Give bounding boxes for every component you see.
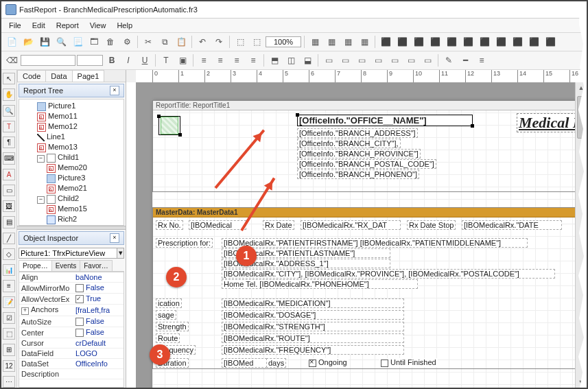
- subreport-tool-icon[interactable]: ▤: [3, 216, 15, 228]
- property-row[interactable]: AllowMirrorMoFalse: [19, 283, 124, 294]
- cut-icon[interactable]: ✂: [141, 34, 156, 49]
- tree-item[interactable]: Memo15: [38, 204, 122, 214]
- branch-phone-field[interactable]: [OfficeInfo."BRANCH_PHONENO"]: [297, 169, 419, 179]
- report-tree-header[interactable]: Report Tree ×: [19, 84, 124, 97]
- branch-city-field[interactable]: [OfficeInfo."BRANCH_CITY"],: [297, 139, 401, 148]
- tree-item[interactable]: Memo13: [29, 142, 122, 152]
- space-v-icon[interactable]: ⬛: [493, 34, 508, 49]
- rx-date-label[interactable]: Rx Date: [263, 220, 294, 230]
- grid4-icon[interactable]: ▦: [357, 34, 372, 49]
- space-h-icon[interactable]: ⬛: [477, 34, 492, 49]
- preview-icon[interactable]: 🔍: [54, 34, 69, 49]
- duration-field[interactable]: [IBOMed: [222, 358, 267, 368]
- inspector-header[interactable]: Object Inspector ×: [19, 231, 124, 245]
- size-combo[interactable]: [77, 55, 103, 66]
- tree-item[interactable]: −Child2: [29, 193, 122, 204]
- samew-icon[interactable]: ⬛: [510, 34, 525, 49]
- cross-tool-icon[interactable]: ⊞: [3, 344, 15, 355]
- italic-icon[interactable]: I: [121, 53, 136, 68]
- days-label[interactable]: days: [266, 358, 286, 368]
- frame-none-icon[interactable]: ▭: [403, 53, 419, 68]
- frame-width-icon[interactable]: ≡: [474, 53, 489, 68]
- property-row[interactable]: +Anchors[fraLeft,fra: [19, 305, 124, 316]
- nostyle-icon[interactable]: ⌫: [4, 53, 19, 68]
- address-field[interactable]: [IBOMedicalRx."ADDRESS_1"]: [222, 259, 390, 268]
- barcode-tool-icon[interactable]: ≡: [3, 280, 15, 292]
- page-settings-icon[interactable]: ⚙: [119, 34, 134, 49]
- more-tool-icon[interactable]: ⋯: [3, 376, 15, 388]
- office-name-field[interactable]: [OfficeInfo."OFFICE__NAME"]: [297, 115, 473, 126]
- rx-date-stop-field[interactable]: [IBOMedicalRx."DATE: [462, 220, 562, 230]
- tree-item[interactable]: Line1: [29, 132, 122, 142]
- until-finished-checkbox[interactable]: Until Finished: [379, 358, 438, 367]
- text-left-icon[interactable]: ≡: [196, 53, 211, 68]
- rx-date-field[interactable]: [IBOMedicalRx."RX_DAT: [301, 220, 401, 230]
- menu-edit[interactable]: Edit: [27, 20, 50, 31]
- home-tel-field[interactable]: Home Tel. [IBOMedicalRx."PHONEHOME"]: [222, 279, 418, 289]
- check-tool-icon[interactable]: ☑: [3, 312, 15, 324]
- property-row[interactable]: AlignbaNone: [19, 272, 124, 283]
- new-icon[interactable]: 📄: [4, 34, 19, 49]
- tree-item[interactable]: Memo11: [29, 111, 122, 121]
- underline-icon[interactable]: U: [137, 53, 152, 68]
- frame-all-icon[interactable]: ▭: [387, 53, 402, 68]
- detail-field[interactable]: [IBOMedicalRx."DOSAGE"]: [222, 310, 404, 320]
- report-tree[interactable]: Picture1Memo11Memo12Line1Memo13−Child1Me…: [19, 99, 124, 226]
- patient-lastname-field[interactable]: [IBOMedicalRx."PATIENTLASTNAME"]: [222, 248, 390, 258]
- tree-item[interactable]: −Child1: [29, 152, 122, 163]
- band-report-title[interactable]: ReportTitle: ReportTitle1 [OfficeInfo."O…: [152, 100, 587, 192]
- new-dialog-icon[interactable]: 🗔: [86, 34, 102, 49]
- detail-field[interactable]: [IBOMedicalRx."STRENGTH"]: [222, 322, 404, 331]
- frame-shadow-icon[interactable]: ▭: [420, 53, 435, 68]
- close-icon[interactable]: ×: [110, 233, 119, 243]
- tree-item[interactable]: Picture3: [38, 173, 122, 183]
- rx-no-field[interactable]: [IBOMedical: [189, 220, 246, 230]
- fill-color-icon[interactable]: ▣: [175, 53, 190, 68]
- vertical-ruler[interactable]: [126, 82, 137, 388]
- property-grid[interactable]: AlignbaNoneAllowMirrorMoFalseAllowVector…: [19, 272, 124, 388]
- tab-page1[interactable]: Page1: [72, 70, 105, 82]
- align-top-icon[interactable]: ⬛: [427, 34, 443, 49]
- grid2-icon[interactable]: ▦: [324, 34, 339, 49]
- tree-item[interactable]: Memo20: [38, 163, 122, 173]
- undo-icon[interactable]: ↶: [195, 34, 210, 49]
- tab-code[interactable]: Code: [17, 70, 46, 82]
- rx-date-stop-label[interactable]: Rx Date Stop: [407, 220, 456, 230]
- delete-page-icon[interactable]: 🗑: [103, 34, 118, 49]
- detail-label[interactable]: Frequency: [156, 345, 196, 355]
- open-icon[interactable]: 📂: [21, 34, 36, 49]
- num-tool-icon[interactable]: 12: [3, 360, 15, 372]
- detail-field[interactable]: [IBOMedicalRx."FREQUENCY"]: [222, 345, 404, 355]
- report-page[interactable]: ReportTitle: ReportTitle1 [OfficeInfo."O…: [152, 100, 587, 388]
- valign-mid-icon[interactable]: ◫: [283, 53, 298, 68]
- object-selector-input[interactable]: [19, 248, 117, 259]
- horizontal-ruler[interactable]: 01234567891011121314151617181920: [136, 70, 587, 83]
- memo-tool-icon[interactable]: A: [3, 169, 15, 180]
- prescription-for-label[interactable]: Prescription for:: [156, 238, 213, 248]
- detail-label[interactable]: ication: [156, 298, 182, 308]
- menu-file[interactable]: File: [4, 20, 26, 31]
- tree-item[interactable]: Rich2: [38, 214, 122, 224]
- align-bot-icon[interactable]: ⬛: [460, 34, 475, 49]
- copy-icon[interactable]: ⧉: [157, 34, 172, 49]
- align-right-icon[interactable]: ⬛: [411, 34, 426, 49]
- text-center-icon[interactable]: ≡: [213, 53, 228, 68]
- ungroup-icon[interactable]: ⬚: [249, 34, 264, 49]
- grid-icon[interactable]: ▦: [307, 34, 322, 49]
- frame-style-icon[interactable]: ━: [458, 53, 473, 68]
- valign-top-icon[interactable]: ⬒: [267, 53, 282, 68]
- frame-left-icon[interactable]: ▭: [354, 53, 369, 68]
- detail-field[interactable]: [IBOMedicalRx."MEDICATION"]: [222, 298, 404, 308]
- align-mid-icon[interactable]: ⬛: [444, 34, 459, 49]
- menu-report[interactable]: Report: [51, 20, 84, 31]
- align-center-icon[interactable]: ⬛: [395, 34, 410, 49]
- band-tool-icon[interactable]: ▭: [3, 185, 15, 196]
- rx-no-label[interactable]: Rx No.: [156, 220, 183, 230]
- tree-item[interactable]: Memo21: [38, 183, 122, 193]
- tab-data[interactable]: Data: [45, 70, 72, 82]
- align-left-icon[interactable]: ⬛: [378, 34, 393, 49]
- valign-bot-icon[interactable]: ⬓: [300, 53, 315, 68]
- branch-address-field[interactable]: [OfficeInfo."BRANCH_ADDRESS"]: [297, 128, 418, 138]
- copyfmt-tool-icon[interactable]: ⌨: [3, 152, 15, 164]
- property-row[interactable]: DataSetOfficeInfo: [19, 359, 124, 369]
